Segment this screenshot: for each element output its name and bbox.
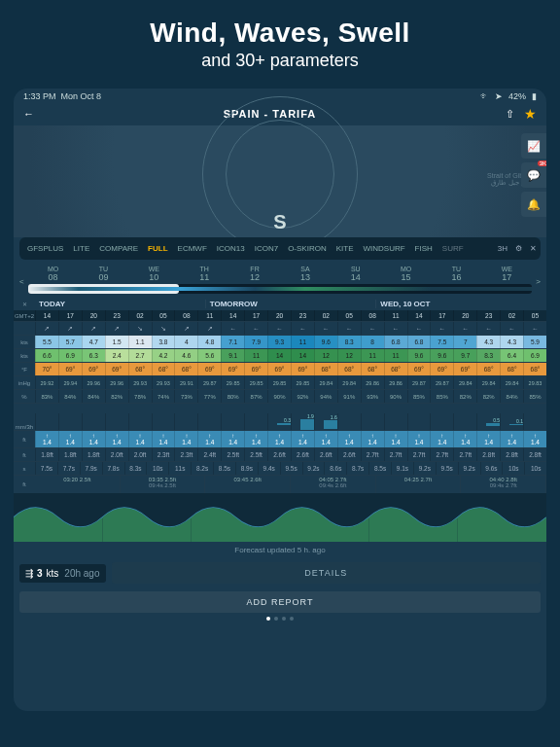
cell: 17 [430, 310, 453, 321]
model-o-skiron[interactable]: O-SKIRON [284, 241, 331, 256]
week-day[interactable]: TH11 [179, 266, 229, 282]
cell: 85% [430, 390, 453, 403]
week-days[interactable]: MO08TU09WE10TH11FR12SA13SU14MO15TU16WE17 [28, 266, 533, 282]
model-surf[interactable]: SURF [438, 241, 468, 256]
cell: 9.6 [430, 349, 453, 362]
close-icon[interactable]: ✕ [530, 244, 537, 253]
cell: 4.8 [197, 336, 221, 348]
cell: ↑1.4 [430, 431, 453, 447]
label-tz: GMT+2 [14, 310, 35, 321]
scrub-next[interactable]: > [536, 277, 541, 286]
back-button[interactable]: ← [23, 108, 34, 120]
cell: 29.85 [221, 376, 244, 389]
week-day[interactable]: TU09 [79, 266, 129, 282]
model-gfsplus[interactable]: GFSPLUS [23, 241, 67, 256]
label-ft2: ft [14, 448, 35, 461]
week-day[interactable]: MO08 [28, 266, 79, 282]
cell: 2.7 [128, 349, 152, 362]
cell: 02 [500, 310, 523, 321]
cell: ↑1.4 [337, 431, 361, 447]
cell: 69° [244, 363, 267, 375]
model-icon13[interactable]: ICON13 [213, 241, 249, 256]
cell: ↑1.4 [82, 431, 105, 447]
model-compare[interactable]: COMPARE [95, 241, 142, 256]
week-day[interactable]: WE17 [481, 266, 532, 282]
cell: 9.2s [302, 462, 325, 475]
bell-icon[interactable]: 🔔 [521, 192, 546, 217]
cell: 29.85 [291, 376, 314, 389]
cell: 23 [291, 310, 314, 321]
cell: 69° [291, 363, 314, 375]
swell-segment: 04:25 2.7ft [376, 476, 462, 493]
cell: 05 [523, 310, 546, 321]
favorite-icon[interactable]: ★ [524, 106, 537, 122]
cell: ← [244, 322, 267, 335]
cell: 20 [453, 310, 476, 321]
gear-icon[interactable]: ⚙ [515, 244, 522, 253]
cell: 90% [384, 390, 407, 403]
cell: 4 [174, 336, 197, 348]
cell: ↑1.4 [35, 431, 58, 447]
cell: 2.6ft [314, 448, 337, 461]
chat-icon[interactable]: 💬 [521, 162, 546, 188]
model-full[interactable]: FULL [144, 241, 171, 256]
model-icon7[interactable]: ICON7 [251, 241, 282, 256]
week-day[interactable]: WE10 [128, 266, 179, 282]
share-icon[interactable]: ⇧ [506, 108, 514, 121]
cell: ↘ [128, 322, 152, 335]
cell: 5.7 [58, 336, 82, 348]
scrub-prev[interactable]: < [19, 277, 24, 286]
cell [244, 413, 267, 430]
week-day[interactable]: SU14 [331, 266, 381, 282]
period-3h[interactable]: 3H [498, 244, 508, 253]
model-lite[interactable]: LITE [69, 241, 93, 256]
cell: 29.91 [174, 376, 197, 389]
cell: 7.9 [244, 336, 267, 348]
week-day[interactable]: MO15 [381, 266, 432, 282]
cell: 7 [453, 336, 476, 348]
week-day[interactable]: FR12 [229, 266, 280, 282]
cell: ↑1.4 [500, 431, 523, 447]
model-ecmwf[interactable]: ECMWF [174, 241, 211, 256]
current-report[interactable]: ⇶ 3 kts 20h ago [19, 564, 106, 583]
cell: 29.87 [197, 376, 221, 389]
row-swell2: ft 03:20 2.5ft03:35 2.5ft09:4s 2.5ft03:4… [14, 476, 546, 493]
wind-compass-map[interactable]: S Strait of Gibraltar مضيق جبل طارق 📈 💬 … [14, 125, 546, 237]
cell: ← [314, 322, 337, 335]
close-grid-icon[interactable]: ✕ [14, 298, 35, 310]
battery-pct: 42% [508, 91, 526, 101]
cell: 68° [523, 363, 546, 375]
model-kite[interactable]: KITE [332, 241, 358, 256]
cell: ↑1.4 [244, 431, 267, 447]
model-fish[interactable]: FISH [411, 241, 437, 256]
model-windsurf[interactable]: WINDSURF [359, 241, 408, 256]
cell: 7.8s [102, 462, 124, 475]
cell: 0.1 [500, 413, 523, 430]
details-button[interactable]: DETAILS [112, 562, 542, 584]
stats-icon[interactable]: 📈 [521, 133, 546, 159]
cell: 9.3 [267, 336, 291, 348]
cell: 6.9 [523, 349, 546, 362]
week-day[interactable]: SA13 [280, 266, 331, 282]
row-pressure: inHg29.9229.9429.9629.9629.9329.9329.912… [14, 376, 546, 390]
label-sec: s [14, 462, 35, 475]
add-report-button[interactable]: ADD REPORT [19, 591, 541, 613]
cell: 9.2s [458, 462, 480, 475]
model-selector[interactable]: GFSPLUSLITECOMPAREFULLECMWFICON13ICON7O-… [19, 237, 541, 260]
cell: ↑1.4 [152, 431, 175, 447]
cell: ← [361, 322, 384, 335]
cell: ↑1.4 [128, 431, 152, 447]
cell: 2.6ft [337, 448, 361, 461]
cell: ↑1.4 [407, 431, 431, 447]
cell: 8 [361, 336, 384, 348]
cell [430, 413, 453, 430]
cell: 29.94 [58, 376, 82, 389]
cell: 2.3ft [152, 448, 175, 461]
cell: 83% [35, 390, 58, 403]
cell [197, 413, 221, 430]
week-day[interactable]: TU16 [432, 266, 482, 282]
cell: ↗ [58, 322, 82, 335]
scrub-bar[interactable] [28, 284, 533, 294]
cell: 8.3 [337, 336, 361, 348]
row-gust-kts: kts6.66.96.32.42.74.24.65.69.11114141212… [14, 349, 546, 363]
